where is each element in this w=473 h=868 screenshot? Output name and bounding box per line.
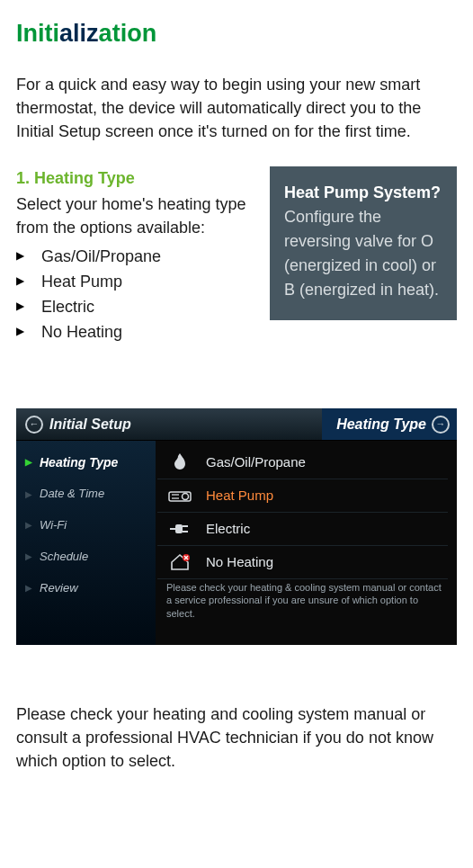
nav-triangle-icon: ▶ [25, 456, 32, 470]
list-item: Heat Pump [41, 270, 122, 293]
house-x-icon [166, 552, 193, 572]
nav-triangle-icon: ▶ [25, 488, 32, 502]
triangle-bullet-icon: ▶ [16, 248, 29, 264]
option-label: No Heating [206, 552, 273, 572]
option-label: Heat Pump [206, 486, 273, 506]
footer-note: Please check your heating and cooling sy… [16, 702, 457, 773]
step-description: Select your home's heating type from the… [16, 192, 250, 239]
device-header: ← Initial Setup Heating Type → [16, 408, 457, 441]
device-hint-text: Please check your heating & cooling syst… [157, 579, 448, 620]
nav-item-schedule[interactable]: ▶Schedule [16, 541, 156, 573]
device-side-nav: ▶Heating Type ▶Date & Time ▶Wi-Fi ▶Sched… [16, 441, 156, 645]
page-title: Initialization [16, 16, 457, 51]
callout-title: Heat Pump System? [284, 183, 441, 201]
plug-icon [166, 519, 193, 539]
triangle-bullet-icon: ▶ [16, 299, 29, 314]
nav-item-review[interactable]: ▶Review [16, 573, 156, 604]
list-item: No Heating [41, 320, 122, 344]
triangle-bullet-icon: ▶ [16, 324, 29, 339]
option-gas[interactable]: Gas/Oil/Propane [157, 446, 448, 479]
callout-body: Configure the reversing valve for O (ene… [284, 208, 439, 299]
option-no-heating[interactable]: No Heating [157, 546, 448, 579]
flame-icon [166, 452, 193, 472]
step-label: 1. Heating Type [16, 166, 250, 190]
triangle-bullet-icon: ▶ [16, 273, 29, 289]
nav-triangle-icon: ▶ [25, 582, 32, 595]
intro-paragraph: For a quick and easy way to begin using … [16, 73, 457, 143]
nav-item-wifi[interactable]: ▶Wi-Fi [16, 510, 156, 541]
option-heat-pump[interactable]: Heat Pump [157, 479, 448, 513]
heat-pump-icon [166, 486, 193, 506]
nav-triangle-icon: ▶ [25, 519, 32, 532]
forward-arrow-icon[interactable]: → [432, 416, 450, 434]
device-screen-title: Heating Type [336, 414, 426, 434]
callout-box: Heat Pump System? Configure the reversin… [270, 166, 457, 320]
svg-point-1 [183, 494, 189, 500]
back-arrow-icon[interactable]: ← [25, 416, 43, 434]
nav-triangle-icon: ▶ [25, 550, 32, 564]
device-main-pane: Gas/Oil/Propane Heat Pump Electric No He… [156, 441, 457, 645]
thermostat-screenshot: ← Initial Setup Heating Type → ▶Heating … [16, 408, 457, 645]
nav-item-date-time[interactable]: ▶Date & Time [16, 479, 156, 510]
list-item: Electric [41, 295, 94, 318]
option-label: Electric [206, 519, 250, 539]
option-electric[interactable]: Electric [157, 513, 448, 546]
option-label: Gas/Oil/Propane [206, 452, 306, 472]
list-item: Gas/Oil/Propane [41, 245, 161, 268]
device-back-label[interactable]: Initial Setup [49, 414, 131, 434]
heating-type-list: ▶Gas/Oil/Propane ▶Heat Pump ▶Electric ▶N… [16, 245, 250, 344]
nav-item-heating-type[interactable]: ▶Heating Type [16, 446, 156, 479]
svg-rect-4 [175, 524, 183, 533]
